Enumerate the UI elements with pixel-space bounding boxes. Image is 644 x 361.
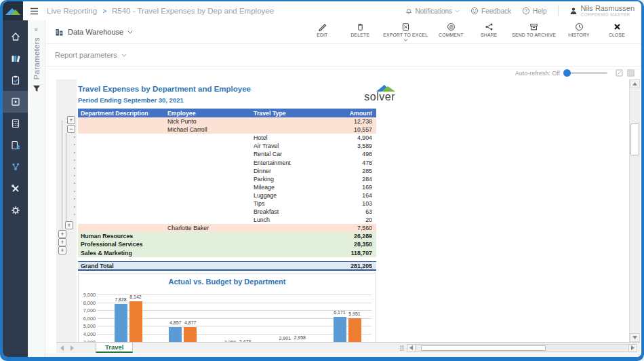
feedback-button[interactable]: Feedback: [470, 7, 511, 15]
table-cell[interactable]: 284: [319, 175, 376, 183]
vertical-scrollbar[interactable]: [629, 79, 640, 342]
delete-button[interactable]: DELETE: [341, 21, 379, 39]
sidebar-item-checklist[interactable]: [3, 69, 28, 91]
horizontal-scroll-thumb[interactable]: [421, 345, 546, 351]
outline-collapse-button[interactable]: −: [67, 125, 75, 133]
menu-icon[interactable]: [30, 7, 39, 15]
table-cell[interactable]: [78, 134, 165, 142]
table-cell[interactable]: [165, 150, 251, 158]
table-cell[interactable]: [165, 158, 251, 166]
table-cell[interactable]: [165, 142, 251, 150]
user-menu[interactable]: Nils Rasmussen CORPDEMO MASTER: [569, 5, 635, 18]
table-cell[interactable]: [78, 158, 165, 166]
table-cell[interactable]: [251, 224, 319, 232]
table-cell[interactable]: [165, 200, 251, 208]
table-cell[interactable]: [78, 216, 165, 224]
table-cell[interactable]: [78, 117, 165, 126]
table-row[interactable]: Nick Punto12,738: [78, 117, 376, 126]
table-cell[interactable]: Luggage: [251, 191, 319, 200]
outline-expand-button[interactable]: +: [58, 238, 66, 246]
table-cell[interactable]: Lunch: [251, 216, 319, 224]
table-cell[interactable]: [165, 208, 251, 216]
table-cell[interactable]: [78, 175, 165, 183]
table-cell[interactable]: 20: [319, 216, 376, 224]
table-row[interactable]: Lunch20: [78, 216, 376, 224]
table-cell[interactable]: Charlotte Baker: [165, 224, 251, 232]
table-cell[interactable]: [251, 249, 319, 257]
sidebar-item-documents-user[interactable]: [3, 134, 28, 156]
table-cell[interactable]: Mileage: [251, 183, 319, 191]
sheet-tab-travel[interactable]: Travel: [96, 343, 133, 353]
sidebar-item-data-nodes[interactable]: [3, 156, 28, 178]
table-cell[interactable]: [78, 200, 165, 208]
table-cell[interactable]: 7,560: [319, 224, 376, 232]
auto-refresh-slider[interactable]: [565, 72, 607, 74]
table-cell[interactable]: Breakfast: [251, 208, 319, 216]
table-cell[interactable]: Michael Carroll: [165, 126, 251, 134]
table-cell[interactable]: 164: [319, 191, 376, 200]
table-cell[interactable]: [78, 126, 165, 134]
vertical-scroll-thumb[interactable]: [630, 124, 639, 155]
table-cell[interactable]: 26,289: [319, 232, 376, 240]
app-logo[interactable]: [3, 1, 23, 20]
table-cell[interactable]: [251, 240, 319, 248]
table-row[interactable]: Mileage169: [78, 183, 376, 191]
export-to-excel-button[interactable]: EXPORT TO EXCEL: [379, 21, 432, 43]
table-cell[interactable]: [251, 117, 319, 126]
export-dropdown-chevron-icon[interactable]: [403, 39, 408, 41]
table-row[interactable]: Hotel4,904: [78, 134, 376, 142]
table-cell[interactable]: 118,707: [319, 249, 376, 257]
next-sheet-icon[interactable]: [70, 345, 74, 351]
grid-view-icon[interactable]: [627, 69, 635, 77]
send-to-archive-button[interactable]: SEND TO ARCHIVE: [508, 21, 560, 39]
table-cell[interactable]: 478: [319, 158, 376, 166]
table-cell[interactable]: [165, 191, 251, 200]
table-row[interactable]: Charlotte Baker7,560: [78, 224, 376, 232]
outline-expand-button[interactable]: +: [67, 116, 75, 124]
table-cell[interactable]: Professional Services: [78, 240, 165, 248]
edit-cell-icon[interactable]: [616, 69, 623, 77]
table-cell[interactable]: Dinner: [251, 167, 319, 175]
table-row[interactable]: Entertainment478: [78, 158, 376, 166]
sidebar-item-budgeting[interactable]: [3, 113, 28, 134]
table-row[interactable]: Michael Carroll10,557: [78, 126, 376, 134]
outline-expand-button[interactable]: +: [58, 246, 66, 254]
table-cell[interactable]: 28,350: [319, 240, 376, 248]
table-cell[interactable]: Sales & Marketing: [78, 249, 165, 257]
prev-sheet-icon[interactable]: [60, 345, 64, 351]
table-cell[interactable]: [78, 167, 165, 175]
sidebar-item-report-binders[interactable]: [3, 48, 28, 69]
table-cell[interactable]: [78, 183, 165, 191]
chevron-down-icon[interactable]: [121, 54, 127, 57]
table-cell[interactable]: Entertainment: [251, 158, 319, 166]
notifications-button[interactable]: Notifications: [405, 7, 460, 15]
filter-icon[interactable]: [33, 85, 41, 92]
table-row[interactable]: Professional Services28,350: [78, 240, 376, 248]
sidebar-item-tools[interactable]: [3, 178, 28, 200]
table-cell[interactable]: Hotel: [251, 134, 319, 142]
table-cell[interactable]: 12,738: [319, 117, 376, 126]
table-cell[interactable]: 285: [319, 167, 376, 175]
table-cell[interactable]: Rental Car: [251, 150, 319, 158]
slider-knob[interactable]: [563, 69, 571, 77]
outline-expand-button[interactable]: +: [65, 221, 73, 229]
table-cell[interactable]: [78, 224, 165, 232]
scroll-left-button[interactable]: [407, 344, 416, 352]
comment-button[interactable]: @ COMMENT: [432, 21, 470, 39]
table-cell[interactable]: 169: [319, 183, 376, 191]
edit-button[interactable]: EDIT: [303, 21, 341, 39]
table-cell[interactable]: [165, 134, 251, 142]
table-row[interactable]: Sales & Marketing118,707: [78, 249, 376, 257]
table-cell[interactable]: 498: [319, 150, 376, 158]
table-row[interactable]: Luggage164: [78, 191, 376, 200]
history-button[interactable]: HISTORY: [560, 21, 598, 39]
scroll-right-button[interactable]: [628, 344, 637, 352]
table-cell[interactable]: [78, 142, 165, 150]
table-row[interactable]: Breakfast63: [78, 208, 376, 216]
table-cell[interactable]: Human Resources: [78, 232, 165, 240]
table-cell[interactable]: 103: [319, 200, 376, 208]
table-cell[interactable]: [165, 183, 251, 191]
expand-panel-icon[interactable]: »: [33, 28, 40, 32]
sidebar-item-live-reporting[interactable]: [3, 91, 28, 113]
share-button[interactable]: SHARE: [470, 21, 508, 39]
